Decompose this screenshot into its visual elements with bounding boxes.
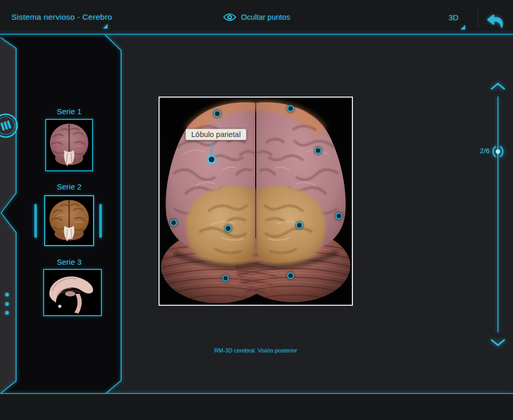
scroll-up-button[interactable] — [490, 82, 506, 91]
image-slider-handle[interactable] — [489, 143, 507, 160]
series-2-thumbnail[interactable] — [44, 195, 94, 246]
series-1-label: Serie 1 — [33, 107, 106, 116]
undo-arrow-icon — [486, 12, 505, 31]
app-window: Sistema nervioso - Cerebro Ocultar punto… — [0, 0, 513, 420]
triangle-down-icon[interactable] — [461, 25, 465, 30]
scroll-down-button[interactable] — [490, 338, 506, 347]
image-viewport[interactable]: Lóbulo parietal — [159, 97, 353, 306]
series-1-thumbnail[interactable] — [45, 119, 93, 171]
series-3-thumbnail[interactable] — [43, 269, 102, 316]
image-caption: RM-3D cerebral. Visión posterior — [159, 347, 353, 354]
view-mode-value: 3D — [449, 13, 458, 22]
topbar-divider — [478, 9, 478, 27]
kebab-menu-icon — [5, 302, 9, 306]
chevron-up-icon — [490, 82, 506, 91]
annotation-point[interactable] — [287, 105, 294, 112]
layers-circle-icon — [0, 111, 20, 140]
annotation-point[interactable] — [214, 111, 221, 117]
top-bar: Sistema nervioso - Cerebro Ocultar punto… — [0, 0, 513, 34]
overflow-menu-button[interactable] — [3, 293, 10, 315]
back-button[interactable] — [485, 11, 505, 32]
toggle-points-button[interactable]: Ocultar puntos — [0, 0, 513, 34]
annotation-point[interactable] — [336, 213, 343, 220]
series-2-label: Serie 2 — [33, 182, 106, 191]
image-pager: 2/6 — [471, 147, 490, 155]
annotation-connector-line — [211, 141, 212, 157]
kebab-menu-icon — [5, 311, 9, 315]
annotation-point[interactable] — [287, 273, 294, 279]
annotation-point[interactable] — [296, 222, 303, 229]
annotation-point[interactable] — [225, 225, 232, 232]
toggle-points-label: Ocultar puntos — [241, 13, 290, 21]
kebab-menu-icon — [5, 293, 9, 296]
target-handle-icon — [489, 143, 507, 160]
annotation-label[interactable]: Lóbulo parietal — [186, 129, 246, 140]
annotation-point[interactable] — [170, 220, 177, 226]
drawer-handle-button[interactable] — [0, 111, 20, 140]
chevron-down-icon — [490, 338, 506, 347]
selection-bracket-left — [34, 204, 37, 238]
series-3-label: Serie 3 — [33, 258, 106, 266]
series-3-brain-image — [44, 270, 101, 315]
top-separator-line — [0, 34, 513, 35]
annotation-point[interactable] — [222, 275, 229, 282]
annotation-point[interactable] — [315, 147, 322, 154]
eye-icon — [223, 12, 236, 22]
series-1-brain-image — [46, 120, 92, 170]
bottom-bar — [0, 394, 513, 420]
series-2-brain-image — [45, 196, 93, 245]
selection-bracket-right — [99, 204, 102, 238]
image-slider-track[interactable] — [497, 97, 498, 332]
